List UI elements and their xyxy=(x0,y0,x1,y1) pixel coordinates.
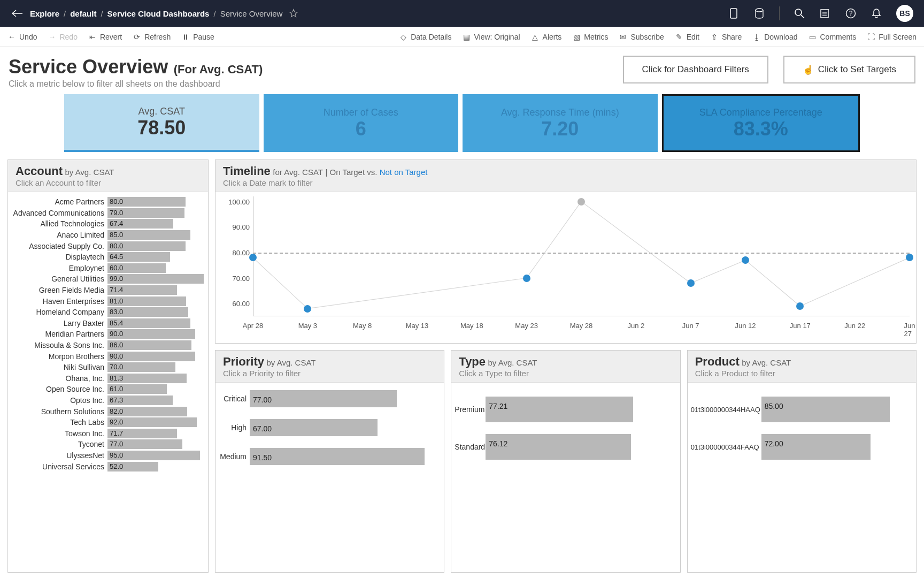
crumb-separator: / xyxy=(64,9,66,18)
dashboard-filters-button[interactable]: Click for Dashboard Filters xyxy=(623,56,768,83)
account-value: 82.0 xyxy=(110,407,123,415)
revert-button[interactable]: ⇤Revert xyxy=(88,33,122,41)
legend-not-on-target: Not on Target xyxy=(380,168,428,177)
data-source-icon[interactable] xyxy=(753,7,765,19)
tile-sla-compliance[interactable]: SLA Compliance Percentage 83.3% xyxy=(662,94,860,152)
bottom-panels: Priority by Avg. CSAT Click a Priority t… xyxy=(215,350,917,573)
tile-avg-csat[interactable]: Avg. CSAT 78.50 xyxy=(64,94,259,152)
metrics-button[interactable]: ▧Metrics xyxy=(572,33,608,41)
dashboard-header: Service Overview (For Avg. CSAT) Click a… xyxy=(0,47,924,89)
tile-number-cases[interactable]: Number of Cases 6 xyxy=(264,94,459,152)
product-chart[interactable]: 01t3i000000344HAAQ85.0001t3i000000344FAA… xyxy=(688,383,916,572)
crumb-explore[interactable]: Explore xyxy=(30,9,59,18)
account-row[interactable]: UlyssesNet 95.0 xyxy=(11,450,205,461)
bar-label: 01t3i000000344FAAQ xyxy=(691,443,761,451)
search-icon[interactable] xyxy=(794,7,805,19)
bar-row[interactable]: Critical77.00 xyxy=(219,390,441,407)
crumb-folder[interactable]: Service Cloud Dashboards xyxy=(107,9,210,18)
account-value: 70.0 xyxy=(110,363,123,371)
account-row[interactable]: Niki Sullivan 70.0 xyxy=(11,362,205,373)
list-icon[interactable] xyxy=(819,7,831,19)
redo-button[interactable]: →Redo xyxy=(48,33,77,41)
subscribe-button[interactable]: ✉Subscribe xyxy=(619,33,664,41)
tile-response-time[interactable]: Avg. Response Time (mins) 7.20 xyxy=(463,94,658,152)
type-chart[interactable]: Premium77.21Standard76.12 xyxy=(451,383,680,572)
pause-button[interactable]: ⏸Pause xyxy=(181,33,214,41)
timeline-point[interactable] xyxy=(578,198,585,206)
account-row[interactable]: Open Source Inc. 61.0 xyxy=(11,384,205,395)
account-row[interactable]: Tyconet 77.0 xyxy=(11,439,205,450)
account-row[interactable]: Meridian Partners 90.0 xyxy=(11,329,205,340)
account-name: Employnet xyxy=(11,264,107,272)
comments-button[interactable]: ▭Comments xyxy=(808,33,857,41)
refresh-button[interactable]: ⟳Refresh xyxy=(133,33,171,41)
account-row[interactable]: Ohana, Inc. 81.3 xyxy=(11,373,205,384)
priority-chart[interactable]: Critical77.00High67.00Medium91.50 xyxy=(215,383,444,572)
account-row[interactable]: Allied Technologies 67.4 xyxy=(11,218,205,230)
bar-row[interactable]: Standard76.12 xyxy=(455,434,676,460)
account-row[interactable]: Employnet 60.0 xyxy=(11,263,205,274)
user-avatar[interactable]: BS xyxy=(896,5,913,22)
timeline-point[interactable] xyxy=(304,305,311,313)
timeline-point[interactable] xyxy=(687,279,695,287)
account-value: 71.4 xyxy=(110,286,123,294)
account-name: UlyssesNet xyxy=(11,451,107,460)
crumb-separator: / xyxy=(101,9,103,18)
bar-label: Critical xyxy=(219,394,250,403)
account-row[interactable]: General Utilities 99.0 xyxy=(11,273,205,285)
account-row[interactable]: Towson Inc. 71.7 xyxy=(11,428,205,439)
account-row[interactable]: Associated Supply Co. 80.0 xyxy=(11,240,205,252)
back-arrow-icon[interactable] xyxy=(11,9,22,18)
bar-row[interactable]: High67.00 xyxy=(219,419,441,436)
data-details-button[interactable]: ◇Data Details xyxy=(399,33,451,41)
account-row[interactable]: Haven Enterprises 81.0 xyxy=(11,295,205,307)
download-button[interactable]: ⭳Download xyxy=(752,33,797,41)
account-row[interactable]: Green Fields Media 71.4 xyxy=(11,285,205,296)
undo-button[interactable]: ←Undo xyxy=(7,33,37,41)
timeline-point[interactable] xyxy=(523,275,530,282)
account-row[interactable]: Morpon Brothers 90.0 xyxy=(11,351,205,362)
bar-row[interactable]: 01t3i000000344FAAQ72.00 xyxy=(691,434,913,460)
view-button[interactable]: ▦View: Original xyxy=(462,33,520,41)
account-list[interactable]: Acme Partners 80.0Advanced Communication… xyxy=(8,192,208,572)
account-name: Displaytech xyxy=(11,253,107,261)
help-icon[interactable]: ? xyxy=(845,7,857,19)
account-row[interactable]: Missoula & Sons Inc. 86.0 xyxy=(11,340,205,351)
edit-button[interactable]: ✎Edit xyxy=(675,33,699,41)
set-targets-button[interactable]: ☝Click to Set Targets xyxy=(783,56,915,83)
account-name: Associated Supply Co. xyxy=(11,242,107,250)
device-preview-icon[interactable] xyxy=(728,7,740,19)
account-row[interactable]: Anaco Limited 85.0 xyxy=(11,230,205,241)
account-row[interactable]: Acme Partners 80.0 xyxy=(11,196,205,208)
data-details-label: Data Details xyxy=(411,33,451,41)
bar-row[interactable]: 01t3i000000344HAAQ85.00 xyxy=(691,397,913,422)
panel-title: Timeline xyxy=(223,164,271,178)
account-row[interactable]: Displaytech 64.5 xyxy=(11,252,205,263)
timeline-point[interactable] xyxy=(906,254,913,261)
account-row[interactable]: Homeland Company 83.0 xyxy=(11,307,205,318)
notifications-bell-icon[interactable] xyxy=(871,7,882,19)
share-button[interactable]: ⇪Share xyxy=(710,33,742,41)
favorite-star-icon[interactable] xyxy=(289,9,298,18)
account-row[interactable]: Advanced Communications 79.0 xyxy=(11,208,205,219)
x-tick: May 28 xyxy=(570,316,593,330)
account-row[interactable]: Southern Solutions 82.0 xyxy=(11,406,205,417)
account-row[interactable]: Universal Services 52.0 xyxy=(11,461,205,472)
account-row[interactable]: Optos Inc. 67.3 xyxy=(11,395,205,406)
crumb-default[interactable]: default xyxy=(70,9,96,18)
account-value: 80.0 xyxy=(110,197,123,206)
bar-value: 72.00 xyxy=(765,439,783,448)
alerts-button[interactable]: △Alerts xyxy=(531,33,562,41)
y-tick: 90.00 xyxy=(232,223,253,231)
account-value: 81.0 xyxy=(110,297,123,305)
bar-label: High xyxy=(219,423,250,432)
account-row[interactable]: Larry Baxter 85.4 xyxy=(11,318,205,329)
account-value: 61.0 xyxy=(110,385,123,393)
timeline-chart[interactable]: 100.0090.0080.0070.0060.00Apr 28May 3May… xyxy=(215,192,916,343)
account-row[interactable]: Tech Labs 92.0 xyxy=(11,417,205,428)
tile-label: Avg. CSAT xyxy=(138,106,185,117)
bar-row[interactable]: Medium91.50 xyxy=(219,448,441,465)
full-screen-button[interactable]: ⛶Full Screen xyxy=(867,33,917,41)
header-hint: Click a metric below to filter all sheet… xyxy=(9,79,608,89)
bar-row[interactable]: Premium77.21 xyxy=(455,397,676,422)
